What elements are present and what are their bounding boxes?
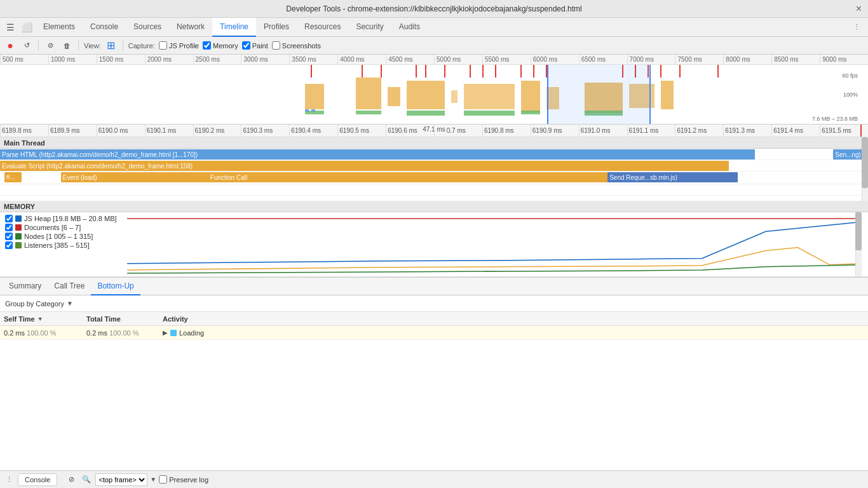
svg-text:60 fps: 60 fps	[842, 72, 858, 79]
paint-input[interactable]	[242, 41, 250, 50]
activity-color-dot	[170, 330, 177, 336]
tab-bottom-up[interactable]: Bottom-Up	[91, 278, 140, 295]
ruler-mark: 500 ms	[0, 55, 48, 64]
selection-overlay	[547, 65, 651, 125]
parse-html-bar[interactable]: Parse HTML (http2.akamai.com/demo/h2_dem…	[0, 149, 755, 159]
tab-network[interactable]: Network	[169, 18, 212, 37]
tab-profiles[interactable]: Profiles	[256, 18, 297, 37]
preserve-log-checkbox[interactable]	[159, 475, 167, 484]
screenshots-input[interactable]	[272, 41, 280, 50]
close-button[interactable]: ×	[856, 3, 862, 15]
js-profile-checkbox[interactable]: JS Profile	[159, 41, 199, 50]
detail-mark: 6190.0 ms	[97, 125, 145, 137]
capture-label: Capture:	[128, 42, 155, 50]
view-icon[interactable]: ⊞	[105, 39, 118, 52]
cursor-icon[interactable]: ☰	[3, 20, 18, 35]
separator-3	[123, 41, 123, 51]
console-filter-icon[interactable]: ⊘	[65, 473, 78, 486]
screenshots-checkbox[interactable]: Screenshots	[272, 41, 321, 50]
col-self-time-header[interactable]: Self Time ▼	[0, 315, 83, 323]
flame-row-evaluate-script: Evaluate Script (http2.akamai.com/demo/h…	[0, 160, 868, 172]
memory-chart[interactable]	[127, 212, 862, 276]
flame-row-empty-1	[0, 184, 868, 196]
nodes-check[interactable]	[5, 233, 13, 240]
ruler-mark: 4500 ms	[386, 55, 434, 64]
col-activity-header[interactable]: Activity	[159, 315, 868, 323]
js-heap-color	[15, 215, 22, 222]
devtools-window: Developer Tools - chrome-extension://klb…	[0, 0, 868, 488]
memory-checkbox[interactable]: Memory	[203, 41, 238, 50]
flame-scrollbar[interactable]	[862, 137, 868, 201]
timeline-overview[interactable]: 500 ms 1000 ms 1500 ms 2000 ms 2500 ms 3…	[0, 55, 868, 125]
ruler-mark: 8000 ms	[723, 55, 771, 64]
tab-console[interactable]: Console	[83, 18, 126, 37]
memory-scrollbar-thumb[interactable]	[855, 212, 862, 250]
tab-audits[interactable]: Audits	[391, 18, 428, 37]
ruler-mark: 8500 ms	[771, 55, 820, 64]
console-menu-button[interactable]: ⋮	[3, 473, 15, 486]
expand-arrow[interactable]: ▶	[163, 329, 168, 336]
col-total-time-header[interactable]: Total Time	[83, 315, 159, 323]
detail-ruler: 6189.8 ms 6189.9 ms 6190.0 ms 6190.1 ms …	[0, 125, 868, 137]
inspect-icon[interactable]: ⬜	[19, 20, 34, 35]
detail-mark: 6190.5 ms	[337, 125, 386, 137]
flame-chart-area[interactable]: Main Thread Parse HTML (http2.akamai.com…	[0, 137, 868, 201]
flame-row-sub: R... Event (load) Function Call Send Req…	[0, 172, 868, 184]
detail-mark: 6191.3 ms	[723, 125, 771, 137]
js-heap-check[interactable]	[5, 215, 13, 222]
tab-sources[interactable]: Sources	[126, 18, 169, 37]
console-tab[interactable]: Console	[18, 473, 57, 486]
clear-button[interactable]: ⊘	[44, 39, 57, 52]
flame-row-empty-2	[0, 196, 868, 201]
ruler-mark: 5500 ms	[482, 55, 531, 64]
send-ng-bar[interactable]: Sen...ng)	[833, 149, 864, 159]
evaluate-script-bar[interactable]: Evaluate Script (http2.akamai.com/demo/h…	[0, 161, 729, 171]
overview-chart[interactable]: 60 fps 100% 7.6 MB – 23.6 MB	[0, 65, 868, 125]
tab-summary[interactable]: Summary	[3, 278, 48, 295]
more-tabs-button[interactable]: ⋮	[848, 20, 865, 34]
svg-rect-17	[305, 109, 309, 112]
js-profile-input[interactable]	[159, 41, 167, 50]
listeners-check[interactable]	[5, 241, 13, 249]
refresh-button[interactable]: ↺	[20, 39, 33, 52]
bottom-panel: Summary Call Tree Bottom-Up Group by Cat…	[0, 277, 868, 391]
activity-cell: ▶ Loading	[159, 329, 868, 337]
detail-mark: 6190.8 ms	[482, 125, 531, 137]
documents-check[interactable]	[5, 224, 13, 231]
memory-input[interactable]	[203, 41, 211, 50]
window-title: Developer Tools - chrome-extension://klb…	[286, 4, 581, 13]
tab-call-tree[interactable]: Call Tree	[48, 278, 91, 295]
send-request-bar[interactable]: Send Reque...sb.min.js)	[607, 172, 738, 182]
separator-1	[38, 41, 39, 51]
svg-rect-3	[407, 81, 445, 109]
svg-rect-1	[356, 78, 381, 109]
memory-svg	[127, 212, 862, 276]
tab-elements[interactable]: Elements	[36, 18, 83, 37]
center-time-label: 47.1 ms	[421, 126, 447, 133]
tab-resources[interactable]: Resources	[297, 18, 348, 37]
frame-selector[interactable]: <top frame>	[95, 473, 147, 486]
cursor-marker	[860, 125, 862, 137]
flame-scrollbar-thumb[interactable]	[862, 137, 868, 188]
paint-checkbox[interactable]: Paint	[242, 41, 268, 50]
tab-security[interactable]: Security	[348, 18, 391, 37]
detail-mark: 6190.2 ms	[193, 125, 241, 137]
flame-row-parse-html: Parse HTML (http2.akamai.com/demo/h2_dem…	[0, 149, 868, 160]
svg-rect-15	[521, 111, 540, 114]
preserve-log-label[interactable]: Preserve log	[159, 475, 208, 484]
ruler-mark: 3500 ms	[289, 55, 337, 64]
group-by-arrow[interactable]: ▼	[67, 300, 73, 307]
console-search-icon[interactable]: 🔍	[80, 473, 93, 486]
sort-arrow-self: ▼	[37, 316, 43, 322]
bottom-tabs: Summary Call Tree Bottom-Up	[0, 278, 868, 295]
separator-2	[78, 41, 79, 51]
memory-legend-documents: Documents [6 – 7]	[5, 224, 122, 231]
trash-button[interactable]: 🗑	[60, 39, 73, 52]
r-bar[interactable]: R...	[4, 172, 22, 182]
detail-mark: 6190.1 ms	[145, 125, 193, 137]
memory-section: MEMORY JS Heap [19.8 MB – 20.8 MB] Docum…	[0, 201, 868, 277]
tab-timeline[interactable]: Timeline	[212, 18, 256, 37]
memory-scrollbar[interactable]	[855, 212, 862, 276]
svg-rect-10	[661, 81, 674, 109]
record-button[interactable]: ●	[4, 39, 17, 52]
